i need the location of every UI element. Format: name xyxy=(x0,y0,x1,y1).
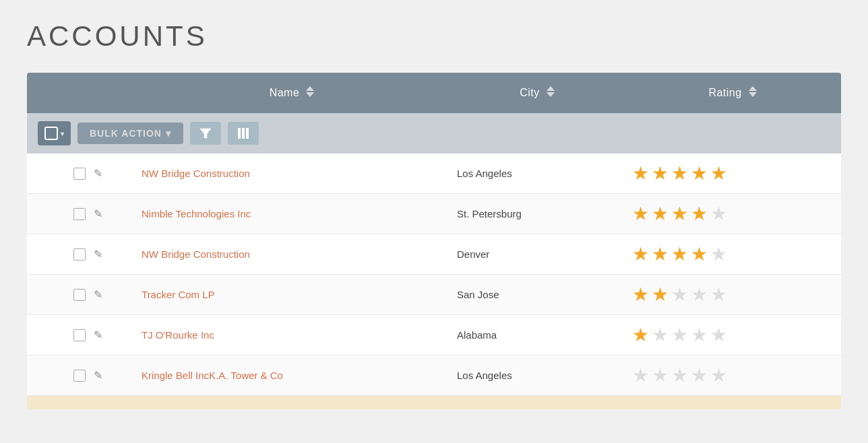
city-cell: St. Petersburg xyxy=(450,208,625,219)
sort-icon-rating[interactable] xyxy=(747,85,758,101)
page-container: ACCOUNTS Name City xyxy=(0,0,868,409)
star-filled-icon[interactable]: ★ xyxy=(652,203,669,225)
edit-icon[interactable]: ✎ xyxy=(94,167,102,180)
table-row: ✎ NW Bridge ConstructionDenver★★★★★ xyxy=(27,234,841,275)
star-empty-icon[interactable]: ★ xyxy=(710,283,727,306)
th-city: City xyxy=(450,73,625,113)
row-checkbox[interactable] xyxy=(73,248,86,261)
city-cell: Denver xyxy=(450,248,625,260)
row-check-cell: ✎ xyxy=(27,369,135,382)
star-filled-icon[interactable]: ★ xyxy=(671,162,688,184)
th-select xyxy=(27,81,135,105)
star-filled-icon[interactable]: ★ xyxy=(691,162,708,184)
star-empty-icon[interactable]: ★ xyxy=(671,324,688,346)
star-empty-icon[interactable]: ★ xyxy=(691,364,708,386)
star-filled-icon[interactable]: ★ xyxy=(632,324,649,346)
th-name-label: Name xyxy=(270,87,300,99)
svg-marker-3 xyxy=(547,92,555,97)
svg-marker-0 xyxy=(306,86,314,91)
row-check-cell: ✎ xyxy=(27,329,135,341)
th-name: Name xyxy=(135,73,450,113)
account-name[interactable]: Tracker Com LP xyxy=(135,289,450,300)
star-empty-icon[interactable]: ★ xyxy=(710,203,727,225)
star-empty-icon[interactable]: ★ xyxy=(632,364,649,386)
th-city-label: City xyxy=(520,87,540,99)
edit-icon[interactable]: ✎ xyxy=(94,207,102,220)
star-empty-icon[interactable]: ★ xyxy=(710,243,727,265)
svg-rect-7 xyxy=(238,128,241,139)
row-checkbox[interactable] xyxy=(73,168,86,180)
city-cell: Los Angeles xyxy=(450,168,625,179)
filter-icon xyxy=(199,127,212,139)
star-empty-icon[interactable]: ★ xyxy=(652,364,669,386)
star-filled-icon[interactable]: ★ xyxy=(652,162,669,184)
star-filled-icon[interactable]: ★ xyxy=(632,203,649,225)
rating-cell: ★★★★★ xyxy=(625,243,841,265)
select-all-button[interactable]: ▾ xyxy=(38,121,71,145)
footer-row xyxy=(27,396,841,409)
table-row: ✎ Kringle Bell IncK.A. Tower & CoLos Ang… xyxy=(27,355,841,396)
th-rating: Rating xyxy=(625,73,841,113)
row-checkbox[interactable] xyxy=(73,289,86,301)
star-filled-icon[interactable]: ★ xyxy=(671,203,688,225)
star-empty-icon[interactable]: ★ xyxy=(710,364,727,386)
rating-cell: ★★★★★ xyxy=(625,324,841,346)
account-name[interactable]: Kringle Bell IncK.A. Tower & Co xyxy=(135,370,450,381)
edit-icon[interactable]: ✎ xyxy=(94,369,102,382)
page-title: ACCOUNTS xyxy=(27,20,841,53)
account-name[interactable]: NW Bridge Construction xyxy=(135,168,450,179)
edit-icon[interactable]: ✎ xyxy=(94,288,102,301)
bulk-action-label: BULK ACTION xyxy=(90,128,162,139)
star-empty-icon[interactable]: ★ xyxy=(710,324,727,346)
star-filled-icon[interactable]: ★ xyxy=(632,283,649,306)
star-filled-icon[interactable]: ★ xyxy=(652,243,669,265)
star-filled-icon[interactable]: ★ xyxy=(632,243,649,265)
svg-rect-9 xyxy=(246,128,249,139)
columns-button[interactable] xyxy=(228,122,259,145)
edit-icon[interactable]: ✎ xyxy=(94,248,102,261)
star-filled-icon[interactable]: ★ xyxy=(652,283,669,306)
svg-marker-5 xyxy=(749,92,757,97)
row-checkbox[interactable] xyxy=(73,370,86,382)
table-body: ✎ NW Bridge ConstructionLos Angeles★★★★★… xyxy=(27,154,841,396)
columns-icon xyxy=(237,127,249,139)
svg-rect-8 xyxy=(242,128,245,139)
table-header-row: Name City Rating xyxy=(27,73,841,113)
star-empty-icon[interactable]: ★ xyxy=(691,324,708,346)
filter-button[interactable] xyxy=(190,122,221,145)
account-name[interactable]: NW Bridge Construction xyxy=(135,248,450,260)
table-row: ✎ TJ O'Rourke IncAlabama★★★★★ xyxy=(27,315,841,355)
account-name[interactable]: TJ O'Rourke Inc xyxy=(135,329,450,341)
select-dropdown-arrow-icon: ▾ xyxy=(61,130,64,137)
sort-icon-city[interactable] xyxy=(545,85,556,101)
bulk-action-arrow-icon: ▾ xyxy=(166,128,171,139)
city-cell: San Jose xyxy=(450,289,625,300)
svg-marker-1 xyxy=(306,92,314,97)
star-empty-icon[interactable]: ★ xyxy=(671,283,688,306)
star-empty-icon[interactable]: ★ xyxy=(652,324,669,346)
star-filled-icon[interactable]: ★ xyxy=(691,243,708,265)
city-cell: Los Angeles xyxy=(450,370,625,381)
row-check-cell: ✎ xyxy=(27,167,135,180)
rating-cell: ★★★★★ xyxy=(625,283,841,306)
toolbar-row: ▾ BULK ACTION ▾ xyxy=(27,113,841,154)
bulk-action-button[interactable]: BULK ACTION ▾ xyxy=(78,123,183,144)
star-filled-icon[interactable]: ★ xyxy=(691,203,708,225)
row-checkbox[interactable] xyxy=(73,208,86,220)
rating-cell: ★★★★★ xyxy=(625,162,841,184)
table-row: ✎ Tracker Com LPSan Jose★★★★★ xyxy=(27,275,841,315)
accounts-table: Name City Rating xyxy=(27,73,841,409)
row-checkbox[interactable] xyxy=(73,329,86,341)
star-filled-icon[interactable]: ★ xyxy=(671,243,688,265)
star-empty-icon[interactable]: ★ xyxy=(671,364,688,386)
star-filled-icon[interactable]: ★ xyxy=(710,162,727,184)
edit-icon[interactable]: ✎ xyxy=(94,329,102,341)
row-check-cell: ✎ xyxy=(27,248,135,261)
star-empty-icon[interactable]: ★ xyxy=(691,283,708,306)
star-filled-icon[interactable]: ★ xyxy=(632,162,649,184)
svg-marker-4 xyxy=(749,86,757,91)
rating-cell: ★★★★★ xyxy=(625,364,841,386)
sort-icon-name[interactable] xyxy=(305,85,315,101)
row-check-cell: ✎ xyxy=(27,207,135,220)
account-name[interactable]: Nimble Technologies Inc xyxy=(135,208,450,219)
